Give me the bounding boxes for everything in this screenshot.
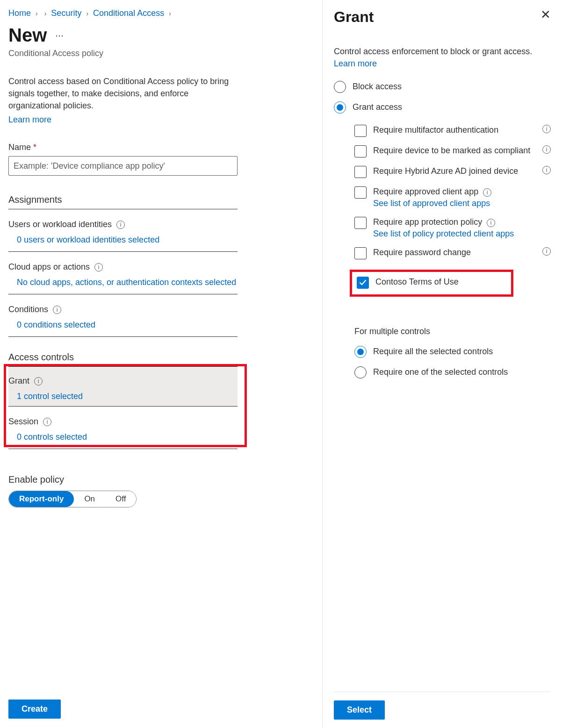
access-controls-heading: Access controls: [8, 352, 238, 367]
info-icon[interactable]: i: [94, 263, 103, 271]
panel-title: Grant: [334, 8, 374, 26]
grant-access-label: Grant access: [353, 101, 402, 112]
info-icon[interactable]: i: [116, 221, 125, 229]
learn-more-link[interactable]: Learn more: [8, 114, 242, 126]
name-input[interactable]: [8, 156, 238, 176]
panel-description: Control access enforcement to block or g…: [334, 45, 551, 70]
breadcrumb-security[interactable]: Security: [51, 8, 81, 18]
enable-report-only[interactable]: Report-only: [9, 491, 74, 507]
info-icon[interactable]: i: [542, 125, 551, 133]
conditions-label: Conditions: [8, 305, 48, 314]
require-approved-app-label: Require approved client app: [373, 187, 478, 196]
grant-access-radio[interactable]: [334, 101, 346, 114]
info-icon[interactable]: i: [487, 219, 495, 227]
approved-apps-link[interactable]: See list of approved client apps: [373, 199, 551, 208]
require-compliant-checkbox[interactable]: [354, 145, 367, 157]
multiple-controls-heading: For multiple controls: [354, 327, 551, 336]
grant-value-link[interactable]: 1 control selected: [8, 392, 238, 401]
require-one-label: Require one of the selected controls: [373, 366, 508, 377]
name-field-label: Name *: [8, 143, 314, 152]
require-compliant-label: Require device to be marked as compliant: [373, 145, 536, 156]
require-app-protection-checkbox[interactable]: [354, 217, 367, 229]
info-icon[interactable]: i: [542, 145, 551, 154]
info-icon[interactable]: i: [542, 247, 551, 256]
enable-on[interactable]: On: [74, 491, 105, 507]
require-password-checkbox[interactable]: [354, 247, 367, 259]
users-label: Users or workload identities: [8, 220, 112, 229]
select-button[interactable]: Select: [334, 700, 385, 720]
require-app-protection-label: Require app protection policy: [373, 217, 482, 227]
breadcrumb-conditional-access[interactable]: Conditional Access: [93, 8, 164, 18]
assignments-heading: Assignments: [8, 194, 238, 209]
block-access-label: Block access: [353, 81, 402, 92]
grant-label: Grant: [8, 376, 29, 386]
create-button[interactable]: Create: [8, 699, 61, 719]
app-protection-link[interactable]: See list of policy protected client apps: [373, 229, 551, 239]
require-mfa-checkbox[interactable]: [354, 125, 367, 137]
highlight-box: Contoso Terms of Use: [350, 270, 513, 297]
more-menu-icon[interactable]: ⋯: [55, 30, 65, 41]
require-one-radio[interactable]: [354, 366, 367, 378]
info-icon[interactable]: i: [483, 188, 491, 197]
grant-section[interactable]: Grant i 1 control selected: [8, 367, 238, 407]
info-icon[interactable]: i: [542, 166, 551, 174]
require-all-label: Require all the selected controls: [373, 346, 493, 357]
page-title: New: [8, 25, 47, 46]
session-label: Session: [8, 417, 38, 427]
chevron-right-icon: ›: [43, 10, 49, 17]
block-access-radio[interactable]: [334, 81, 346, 93]
info-icon[interactable]: i: [53, 306, 61, 314]
session-value-link[interactable]: 0 controls selected: [8, 432, 238, 442]
require-password-label: Require password change: [373, 247, 536, 257]
require-hybrid-label: Require Hybrid Azure AD joined device: [373, 166, 536, 176]
require-all-radio[interactable]: [354, 346, 367, 358]
breadcrumb-home[interactable]: Home: [8, 8, 31, 18]
conditions-value-link[interactable]: 0 conditions selected: [8, 320, 238, 330]
panel-learn-more-link[interactable]: Learn more: [334, 59, 377, 68]
require-hybrid-checkbox[interactable]: [354, 166, 367, 178]
chevron-right-icon: ›: [34, 10, 40, 17]
page-subtitle: Conditional Access policy: [8, 49, 314, 58]
breadcrumb: Home › › Security › Conditional Access ›: [8, 8, 314, 18]
enable-off[interactable]: Off: [105, 491, 136, 507]
contoso-tou-checkbox[interactable]: [357, 277, 369, 289]
close-icon[interactable]: ✕: [540, 8, 551, 21]
chevron-right-icon: ›: [84, 10, 90, 17]
users-value-link[interactable]: 0 users or workload identities selected: [8, 235, 238, 245]
page-description: Control access based on Conditional Acce…: [8, 75, 242, 126]
enable-policy-toggle[interactable]: Report-only On Off: [8, 491, 137, 507]
contoso-tou-label: Contoso Terms of Use: [375, 277, 506, 287]
enable-policy-label: Enable policy: [8, 474, 314, 485]
info-icon[interactable]: i: [43, 418, 51, 426]
chevron-right-icon: ›: [167, 10, 173, 17]
info-icon[interactable]: i: [34, 377, 43, 385]
require-approved-app-checkbox[interactable]: [354, 186, 367, 199]
apps-value-link[interactable]: No cloud apps, actions, or authenticatio…: [8, 278, 238, 287]
apps-label: Cloud apps or actions: [8, 262, 90, 272]
checkmark-icon: [359, 279, 367, 286]
require-mfa-label: Require multifactor authentication: [373, 125, 536, 135]
